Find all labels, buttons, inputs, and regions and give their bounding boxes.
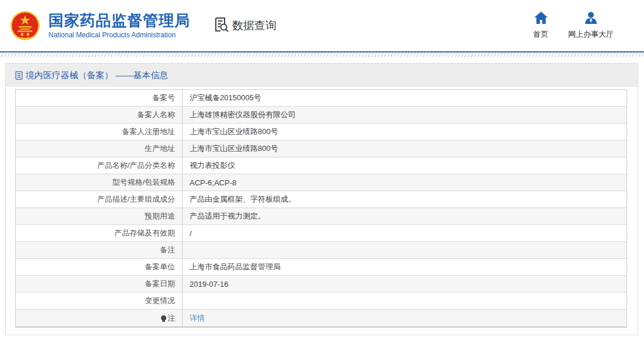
row-value: 详情 [183, 310, 626, 326]
row-label: 注 [16, 310, 183, 326]
data-query-label: 数据查询 [232, 18, 276, 33]
document-search-icon [212, 16, 230, 36]
row-label-text: 预期用途 [145, 211, 175, 222]
brand-block: 国家药品监督管理局 National Medical Products Admi… [48, 12, 190, 39]
row-label-text: 备注 [160, 245, 175, 255]
row-value: 上海雄博精密仪器股份有限公司 [183, 107, 626, 123]
row-value: 沪宝械备20150005号 [183, 90, 626, 106]
row-label-text: 注 [167, 313, 175, 324]
site-header: 国家药品监督管理局 National Medical Products Admi… [0, 0, 644, 51]
row-label-text: 备案日期 [145, 279, 175, 289]
row-value: 视力表投影仪 [183, 157, 626, 174]
row-label: 备注 [16, 242, 183, 258]
row-label-text: 产品描述/主要组成成分 [97, 194, 175, 205]
data-query-tab[interactable]: 数据查询 [212, 16, 276, 36]
page-title-bar: 境内医疗器械（备案） ——基本信息 [6, 64, 638, 87]
row-value: 2019-07-16 [183, 276, 626, 292]
info-table: 备案号沪宝械备20150005号备案人名称上海雄博精密仪器股份有限公司备案人注册… [15, 89, 627, 328]
table-row: 生产地址上海市宝山区业绩路800号 [16, 140, 626, 157]
row-label-text: 产品名称/产品分类名称 [97, 160, 175, 171]
row-label: 生产地址 [16, 140, 183, 157]
row-label: 备案人注册地址 [16, 124, 183, 140]
national-emblem-logo [10, 11, 40, 40]
table-row: 产品存储及有效期/ [16, 225, 626, 242]
header-nav: 首页 网上办事大厅 [533, 12, 644, 40]
row-label-text: 备案号 [152, 93, 175, 103]
bulb-icon [161, 315, 166, 321]
row-label-text: 生产地址 [145, 143, 175, 154]
row-label: 备案单位 [16, 259, 183, 275]
table-row: 备案日期2019-07-16 [16, 276, 626, 293]
row-label-text: 变更情况 [145, 296, 175, 306]
table-row: 备案号沪宝械备20150005号 [16, 90, 626, 107]
row-label-text: 备案单位 [145, 262, 175, 272]
row-value: / [183, 225, 626, 241]
content-panel: 境内医疗器械（备案） ——基本信息 备案号沪宝械备20150005号备案人名称上… [5, 63, 638, 335]
table-row: 预期用途产品适用于视力测定。 [16, 208, 626, 225]
row-value: 产品适用于视力测定。 [183, 208, 626, 224]
user-icon [584, 12, 597, 26]
row-label-text: 型号规格/包装规格 [112, 177, 175, 188]
row-label-text: 产品存储及有效期 [114, 228, 175, 238]
table-row: 型号规格/包装规格ACP-6;ACP-8 [16, 174, 626, 191]
nav-item-home[interactable]: 首页 [533, 12, 548, 40]
header-left: 国家药品监督管理局 National Medical Products Admi… [0, 11, 276, 40]
row-value [183, 293, 626, 309]
page-title: 境内医疗器械（备案） ——基本信息 [26, 70, 168, 81]
row-value [183, 242, 626, 258]
header-divider-hatch [0, 52, 644, 57]
table-row: 备案人注册地址上海市宝山区业绩路800号 [16, 124, 626, 140]
table-row: 产品名称/产品分类名称视力表投影仪 [16, 157, 626, 174]
table-row: 备注 [16, 242, 626, 259]
table-row: 产品描述/主要组成成分产品由金属框架、字符板组成。 [16, 191, 626, 208]
row-label-text: 备案人名称 [137, 110, 175, 120]
row-label: 产品描述/主要组成成分 [16, 191, 183, 208]
row-label: 产品存储及有效期 [16, 225, 183, 241]
table-row: 注详情 [16, 310, 626, 326]
table-row: 备案人名称上海雄博精密仪器股份有限公司 [16, 107, 626, 124]
row-value: ACP-6;ACP-8 [183, 174, 626, 191]
row-label: 备案人名称 [16, 107, 183, 123]
home-icon [534, 12, 548, 26]
nav-label: 首页 [533, 29, 548, 40]
nav-label: 网上办事大厅 [568, 29, 614, 40]
row-value: 产品由金属框架、字符板组成。 [183, 191, 626, 208]
row-label: 备案日期 [16, 276, 183, 292]
details-link[interactable]: 详情 [190, 313, 205, 324]
document-icon [15, 71, 23, 80]
table-row: 变更情况 [16, 293, 626, 310]
row-label: 产品名称/产品分类名称 [16, 157, 183, 174]
row-value: 上海市宝山区业绩路800号 [183, 124, 626, 140]
brand-title-cn: 国家药品监督管理局 [48, 12, 190, 29]
row-value: 上海市食品药品监督管理局 [183, 259, 626, 275]
row-label: 变更情况 [16, 293, 183, 309]
row-label: 型号规格/包装规格 [16, 174, 183, 191]
nav-item-service-hall[interactable]: 网上办事大厅 [568, 12, 614, 40]
table-row: 备案单位上海市食品药品监督管理局 [16, 259, 626, 276]
row-label: 预期用途 [16, 208, 183, 224]
row-label: 备案号 [16, 90, 183, 106]
row-value: 上海市宝山区业绩路800号 [183, 140, 626, 157]
brand-title-en: National Medical Products Administration [48, 31, 190, 39]
row-label-text: 备案人注册地址 [122, 126, 175, 137]
